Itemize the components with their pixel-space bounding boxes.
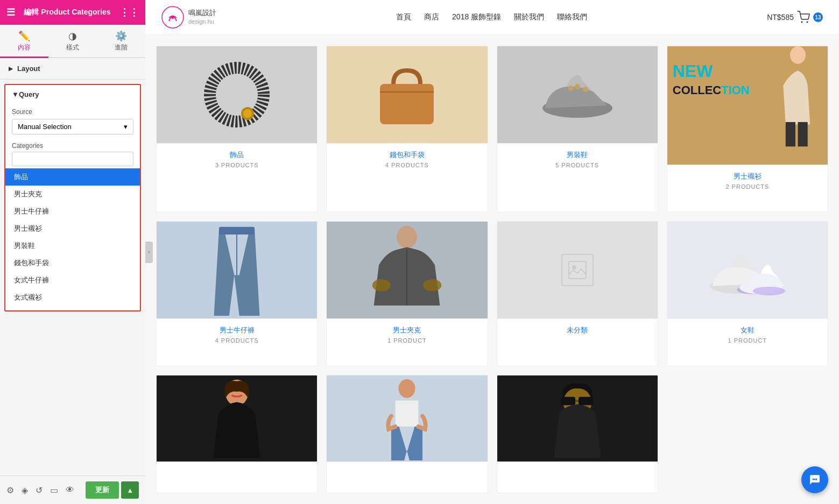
preview-icon[interactable]: 👁: [66, 485, 74, 495]
product-card-10[interactable]: [326, 375, 488, 493]
tabs: ✏️ 內容 ◑ 樣式 ⚙️ 進階: [0, 25, 145, 58]
top-bar: ☰ 編輯 Product Categories ⋮⋮: [0, 0, 145, 25]
query-section: ▼ Query Source Manual Selection ▾ Catego…: [4, 84, 141, 311]
product-name-5: 男士牛仔褲: [163, 325, 311, 335]
category-item-womens-shirt[interactable]: 女式襯衫: [5, 289, 140, 306]
product-card-6[interactable]: 男士夾克 1 PRODUCT: [326, 221, 488, 366]
product-card-5[interactable]: 男士牛仔褲 4 PRODUCTS: [156, 221, 318, 366]
product-card-3[interactable]: 男裝鞋 5 PRODUCTS: [497, 46, 658, 212]
nav-about[interactable]: 關於我們: [514, 12, 544, 22]
svg-rect-31: [396, 400, 419, 426]
placeholder-icon: [561, 254, 594, 286]
product-name-6: 男士夾克: [333, 325, 481, 335]
product-count-6: 1 PRODUCT: [333, 337, 481, 344]
product-card-8[interactable]: 女鞋 1 PRODUCT: [667, 221, 828, 366]
category-item-mens-shoes[interactable]: 男裝鞋: [5, 237, 140, 254]
product-card-9[interactable]: [156, 375, 318, 493]
category-item-bag[interactable]: 錢包和手袋: [5, 254, 140, 272]
advanced-icon: ⚙️: [115, 30, 127, 42]
product-card-7[interactable]: 未分類: [497, 221, 658, 366]
nav-shop[interactable]: 商店: [424, 12, 439, 22]
product-card-11[interactable]: [497, 375, 658, 493]
source-select[interactable]: Manual Selection ▾: [12, 119, 133, 134]
category-search-input[interactable]: [12, 152, 133, 166]
svg-point-10: [575, 84, 580, 89]
device-icon[interactable]: ▭: [50, 485, 58, 495]
cart-icon: [797, 11, 810, 24]
product-image-7: [497, 222, 658, 318]
product-image-11: [497, 375, 658, 462]
svg-point-6: [243, 109, 252, 118]
product-info-4: 男士襯衫 2 PRODUCTS: [667, 165, 828, 196]
product-image-8: [667, 222, 828, 318]
layout-section-header[interactable]: ▶ Layout: [0, 58, 145, 80]
svg-point-27: [753, 287, 785, 295]
product-count-5: 4 PRODUCTS: [163, 337, 311, 344]
svg-point-3: [806, 22, 808, 23]
main-area: 鳴嵐設計 design.hu 首頁 商店 2018 服飾型錄 關於我們 聯絡我們…: [145, 0, 839, 504]
sneakers-svg: [704, 240, 791, 300]
new-collection-text: NEWCOLLECTION: [673, 62, 750, 97]
product-info-11: [497, 462, 658, 477]
nav-home[interactable]: 首頁: [396, 12, 411, 22]
product-image-2: [327, 46, 487, 143]
panel-content: ▶ Layout ▼ Query Source Manual Selection…: [0, 58, 145, 475]
man-sunglasses-svg: [545, 377, 610, 460]
product-name-2: 錢包和手袋: [333, 150, 481, 160]
product-info-9: [157, 462, 317, 477]
tab-advanced-label: 進階: [115, 43, 128, 52]
history-icon[interactable]: ↺: [36, 485, 43, 495]
tab-style-label: 樣式: [66, 43, 79, 52]
svg-rect-35: [579, 396, 593, 405]
product-info-8: 女鞋 1 PRODUCT: [667, 318, 828, 350]
cart-count: 13: [813, 12, 823, 22]
cart-area[interactable]: NT$585 13: [767, 11, 823, 24]
grid-icon[interactable]: ⋮⋮: [119, 6, 139, 18]
query-label: Query: [19, 90, 39, 98]
product-info-10: [327, 462, 487, 477]
product-image-10: [327, 375, 487, 462]
nav-contact[interactable]: 聯絡我們: [557, 12, 587, 22]
category-item-mens-shirt[interactable]: 男士襯衫: [5, 220, 140, 237]
tab-content[interactable]: ✏️ 內容: [0, 25, 48, 58]
category-item-womens-jeans[interactable]: 女式牛仔褲: [5, 272, 140, 289]
tab-style[interactable]: ◑ 樣式: [48, 25, 97, 58]
product-image-6: [327, 222, 487, 318]
source-box: Source Manual Selection ▾: [5, 104, 140, 139]
category-item-jewelry[interactable]: 飾品: [5, 168, 140, 186]
category-item-mens-jeans[interactable]: 男士牛仔褲: [5, 203, 140, 220]
svg-rect-7: [380, 84, 434, 124]
logo-text: 鳴嵐設計 design.hu: [188, 9, 216, 25]
product-count-3: 5 PRODUCTS: [504, 162, 651, 168]
jeans-svg: [205, 224, 269, 316]
logo-svg: [161, 6, 184, 29]
layers-icon[interactable]: ◈: [22, 485, 28, 495]
product-info-5: 男士牛仔褲 4 PRODUCTS: [157, 318, 317, 350]
svg-point-38: [814, 479, 816, 480]
query-header[interactable]: ▼ Query: [5, 85, 140, 104]
category-item-mens-jacket[interactable]: 男士夾克: [5, 186, 140, 203]
bracelet-svg: [196, 54, 277, 135]
site-logo: 鳴嵐設計 design.hu: [161, 6, 216, 29]
svg-point-18: [397, 226, 417, 249]
hamburger-icon[interactable]: ☰: [6, 6, 15, 18]
product-image-9: [157, 375, 317, 462]
dropdown-arrow-icon: ▾: [124, 123, 128, 131]
product-name-7: 未分類: [504, 325, 651, 335]
edit-icon: ✏️: [18, 30, 30, 42]
chat-button[interactable]: [801, 466, 828, 493]
update-button[interactable]: 更新: [86, 481, 119, 499]
update-buttons: 更新 ▲: [86, 481, 139, 499]
nav-catalog[interactable]: 2018 服飾型錄: [452, 12, 501, 22]
women-jeans-svg: [380, 377, 434, 460]
tab-advanced[interactable]: ⚙️ 進階: [97, 25, 145, 58]
product-card-2[interactable]: 錢包和手袋 4 PRODUCTS: [326, 46, 488, 212]
update-arrow-button[interactable]: ▲: [121, 481, 139, 499]
settings-icon[interactable]: ⚙: [6, 485, 14, 495]
app-title: 編輯 Product Categories: [15, 8, 119, 17]
product-card-4[interactable]: NEWCOLLECTION 男士襯衫 2 PRODUCTS: [667, 46, 828, 212]
collapse-handle[interactable]: ‹: [145, 242, 153, 263]
product-name-3: 男裝鞋: [504, 150, 651, 160]
product-card-1[interactable]: 飾品 3 PRODUCTS: [156, 46, 318, 212]
product-image-5: [157, 222, 317, 318]
